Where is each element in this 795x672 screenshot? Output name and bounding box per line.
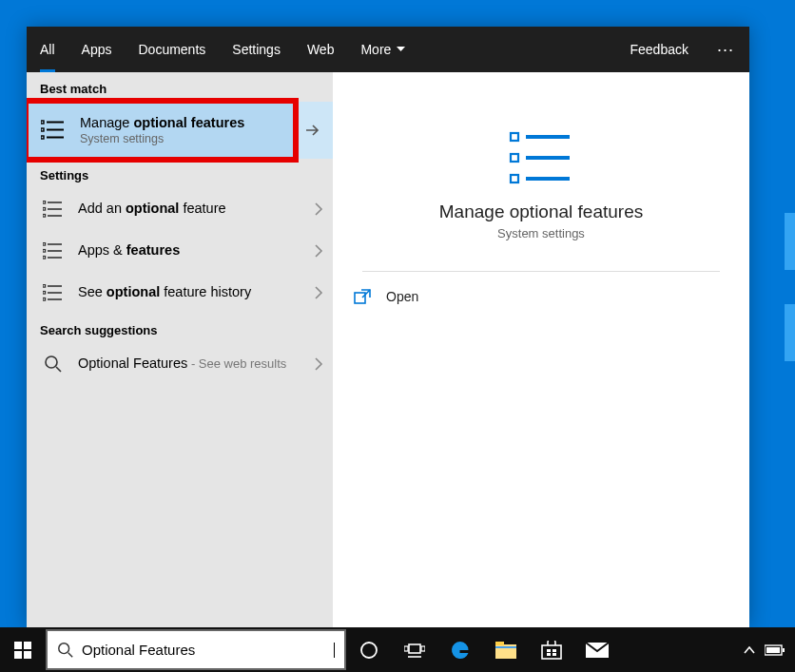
- svg-rect-2: [41, 128, 44, 131]
- tab-label: All: [40, 42, 55, 57]
- result-add-optional-feature[interactable]: Add an optional feature: [27, 188, 333, 230]
- start-button[interactable]: [0, 627, 46, 672]
- chevron-right-icon: [315, 244, 323, 258]
- svg-rect-22: [43, 298, 46, 301]
- open-action[interactable]: Open: [333, 272, 749, 321]
- result-title: Optional Features - See web results: [78, 355, 286, 372]
- svg-rect-16: [43, 257, 46, 259]
- tab-documents[interactable]: Documents: [125, 27, 219, 72]
- svg-rect-14: [43, 250, 46, 253]
- result-title: Add an optional feature: [78, 201, 226, 217]
- tab-label: Documents: [138, 42, 205, 57]
- svg-line-39: [68, 652, 73, 657]
- result-subtitle: System settings: [80, 132, 244, 145]
- svg-rect-10: [43, 215, 46, 218]
- result-apps-and-features[interactable]: Apps & features: [27, 230, 333, 272]
- result-see-optional-feature-history[interactable]: See optional feature history: [27, 272, 333, 314]
- tray-chevron-up-icon[interactable]: [744, 646, 755, 654]
- tab-web[interactable]: Web: [294, 27, 348, 72]
- chevron-right-icon: [315, 202, 323, 216]
- svg-rect-55: [783, 648, 785, 652]
- tab-all[interactable]: All: [27, 27, 68, 72]
- file-explorer-icon[interactable]: [483, 627, 529, 672]
- taskbar-search-box[interactable]: [46, 629, 346, 670]
- svg-rect-37: [24, 651, 31, 659]
- svg-rect-36: [14, 651, 22, 659]
- svg-point-24: [46, 356, 57, 368]
- start-search-panel: All Apps Documents Settings Web More Fee…: [27, 27, 749, 627]
- search-icon: [57, 642, 74, 659]
- svg-rect-34: [14, 642, 22, 649]
- list-settings-icon: [40, 196, 67, 222]
- svg-rect-56: [766, 647, 780, 653]
- search-input[interactable]: [82, 642, 325, 658]
- svg-rect-43: [421, 646, 425, 651]
- tab-label: Web: [307, 42, 335, 57]
- text-cursor: [334, 643, 335, 658]
- tab-label: Apps: [82, 42, 112, 57]
- expand-arrow-button[interactable]: [293, 102, 333, 159]
- svg-rect-20: [43, 292, 46, 295]
- svg-rect-50: [553, 649, 556, 652]
- tab-settings[interactable]: Settings: [219, 27, 294, 72]
- open-external-icon: [354, 289, 371, 304]
- svg-rect-47: [495, 646, 516, 648]
- search-filter-tabs: All Apps Documents Settings Web More Fee…: [27, 27, 749, 72]
- list-settings-icon: [40, 238, 67, 264]
- svg-line-25: [56, 367, 61, 372]
- chevron-down-icon: [397, 47, 405, 52]
- svg-rect-26: [511, 133, 518, 141]
- battery-icon[interactable]: [765, 644, 785, 656]
- search-results-list: Best match: [27, 72, 333, 627]
- result-best-match[interactable]: Manage optional features System settings: [27, 102, 333, 159]
- cortana-icon[interactable]: [346, 627, 392, 672]
- result-title: Apps & features: [78, 242, 180, 259]
- section-header-suggestions: Search suggestions: [27, 314, 333, 343]
- tab-label: More: [360, 42, 391, 57]
- tab-label: Settings: [232, 42, 281, 57]
- chevron-right-icon: [315, 357, 323, 371]
- svg-line-33: [362, 290, 370, 298]
- svg-rect-32: [355, 293, 365, 303]
- svg-rect-51: [547, 653, 551, 656]
- result-title: See optional feature history: [78, 284, 251, 300]
- preview-subtitle: System settings: [497, 226, 585, 240]
- more-options-button[interactable]: ···: [702, 40, 749, 60]
- result-web-suggestion[interactable]: Optional Features - See web results: [27, 343, 333, 385]
- preview-title: Manage optional features: [439, 202, 643, 222]
- feedback-link[interactable]: Feedback: [617, 42, 702, 57]
- search-icon: [40, 351, 67, 377]
- svg-rect-42: [404, 646, 408, 651]
- section-header-settings: Settings: [27, 159, 333, 188]
- svg-rect-4: [41, 136, 44, 139]
- store-icon[interactable]: [529, 627, 574, 672]
- svg-rect-46: [495, 642, 504, 645]
- svg-rect-30: [511, 175, 518, 182]
- mail-icon[interactable]: [574, 627, 620, 672]
- list-settings-icon: [40, 279, 67, 306]
- edge-icon[interactable]: [437, 627, 483, 672]
- feedback-label: Feedback: [630, 42, 688, 57]
- tab-apps[interactable]: Apps: [68, 27, 126, 72]
- svg-rect-48: [542, 645, 561, 659]
- desktop-accent: [785, 304, 795, 361]
- tab-more[interactable]: More: [347, 27, 418, 72]
- open-label: Open: [386, 289, 418, 304]
- svg-rect-0: [41, 121, 44, 124]
- taskbar: [0, 627, 795, 672]
- desktop-accent: [785, 213, 795, 270]
- system-tray[interactable]: [734, 627, 795, 672]
- svg-rect-35: [24, 642, 31, 649]
- svg-rect-12: [43, 243, 46, 246]
- svg-rect-18: [43, 285, 46, 288]
- svg-rect-6: [43, 202, 46, 204]
- list-settings-large-icon: [509, 129, 573, 186]
- task-view-icon[interactable]: [392, 627, 437, 672]
- svg-rect-52: [553, 653, 556, 656]
- svg-rect-28: [511, 154, 518, 162]
- list-settings-icon: [40, 117, 67, 144]
- chevron-right-icon: [315, 286, 323, 299]
- svg-rect-49: [547, 649, 551, 652]
- svg-point-40: [361, 643, 377, 658]
- svg-rect-8: [43, 208, 46, 211]
